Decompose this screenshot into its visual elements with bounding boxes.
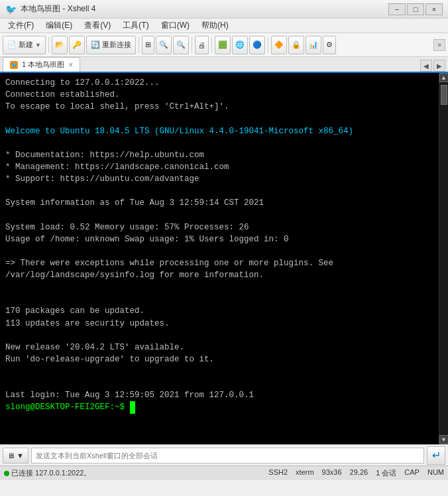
line-20: 170 packages can be updated.: [5, 305, 433, 317]
scroll-thumb[interactable]: [441, 85, 447, 105]
menu-file[interactable]: 文件(F): [3, 19, 39, 32]
line-10: [5, 185, 433, 197]
tab-scroll-right[interactable]: ▶: [433, 60, 445, 72]
line-23: New release '20.04.2 LTS' available.: [5, 341, 433, 353]
terminal-scrollbar[interactable]: ▲ ▼: [439, 73, 448, 444]
reconnect-label: 重新连接: [102, 40, 131, 50]
toolbar-sep-3: [192, 37, 192, 53]
tab-scroll-left[interactable]: ◀: [420, 60, 432, 72]
line-14: Usage of /home: unknown Swap usage: 1% U…: [5, 233, 433, 245]
tab-bar: 🐦 1 本地鸟班图 × ◀ ▶: [0, 57, 448, 73]
input-session-button[interactable]: 🖥 ▼: [3, 448, 28, 464]
line-6: [5, 137, 433, 149]
line-8: * Management: https://landscape.canonica…: [5, 161, 433, 173]
reconnect-button[interactable]: 🔄 重新连接: [86, 36, 136, 54]
properties-button[interactable]: 🔑: [69, 36, 85, 54]
send-icon: ↵: [432, 449, 441, 462]
line-16: => There were exceptions while processin…: [5, 257, 433, 269]
grid-button[interactable]: ⊞: [142, 36, 154, 54]
line-7: * Documentation: https://help.ubuntu.com: [5, 149, 433, 161]
print-icon: 🖨: [198, 41, 205, 49]
extra2-icon: 🔒: [292, 40, 301, 49]
line-9: * Support: https://ubuntu.com/advantage: [5, 173, 433, 185]
send-button[interactable]: ↵: [427, 446, 445, 465]
transfer-icon: 🔵: [252, 40, 262, 49]
terminal-icon: 🖥: [7, 452, 15, 460]
toolbar-overflow-button[interactable]: »: [433, 39, 445, 51]
line-19: [5, 293, 433, 305]
extra2-button[interactable]: 🔒: [288, 36, 304, 54]
zoom-in-icon: 🔍: [159, 40, 168, 49]
line-4: [5, 113, 433, 125]
title-bar: 🐦 本地鸟班图 - Xshell 4 − □ ×: [0, 0, 448, 19]
folder-icon: 📂: [55, 40, 64, 49]
menu-tools[interactable]: 工具(T): [117, 19, 154, 32]
toolbar-sep-4: [211, 37, 212, 53]
scroll-down-button[interactable]: ▼: [439, 435, 449, 444]
num-lock-status: NUM: [427, 468, 444, 478]
connection-indicator: [4, 471, 9, 476]
key-icon: 🔑: [72, 40, 82, 49]
dropdown-arrow-icon: ▼: [17, 452, 24, 460]
color2-button[interactable]: 🌐: [232, 36, 248, 54]
grid-icon: ⊞: [145, 40, 151, 49]
extra1-button[interactable]: 🔶: [271, 36, 287, 54]
terminal-size: 93x36: [322, 468, 342, 478]
maximize-button[interactable]: □: [407, 3, 424, 15]
close-button[interactable]: ×: [425, 3, 443, 15]
zoom-out-button[interactable]: 🔍: [173, 36, 189, 54]
toolbar: 📄 新建 ▼ 📂 🔑 🔄 重新连接 ⊞ 🔍 🔍 🖨 🟩 🌐 🔵 🔶 🔒: [0, 33, 448, 57]
tab-local[interactable]: 🐦 1 本地鸟班图 ×: [3, 57, 80, 72]
connection-text: 已连接 127.0.0.1:2022。: [11, 468, 91, 478]
send-text-input[interactable]: [31, 448, 424, 464]
new-dropdown-icon: ▼: [35, 42, 41, 48]
app-icon: 🐦: [5, 4, 17, 15]
line-1: Connecting to 127.0.0.1:2022...: [5, 77, 433, 89]
extra3-button[interactable]: 📊: [306, 36, 321, 54]
line-21: 113 updates are security updates.: [5, 318, 433, 330]
window-title: 本地鸟班图 - Xshell 4: [21, 3, 95, 15]
extra3-icon: 📊: [309, 40, 318, 49]
line-11: System information as of Tue Aug 3 12:59…: [5, 197, 433, 209]
zoom-in-button[interactable]: 🔍: [156, 36, 172, 54]
toolbar-sep-5: [268, 37, 268, 53]
terminal[interactable]: Connecting to 127.0.0.1:2022... Connecti…: [0, 73, 439, 444]
line-13: System load: 0.52 Memory usage: 57% Proc…: [5, 221, 433, 233]
color1-button[interactable]: 🟩: [215, 36, 231, 54]
zoom-out-icon: 🔍: [176, 40, 186, 49]
line-2: Connection established.: [5, 89, 433, 101]
palette-icon: 🟩: [218, 40, 227, 49]
toolbar-sep-2: [139, 37, 139, 53]
tab-icon: 🐦: [10, 61, 18, 69]
status-bar: 已连接 127.0.0.1:2022。 SSH2 xterm 93x36 29,…: [0, 465, 448, 480]
open-button[interactable]: 📂: [52, 36, 68, 54]
line-15: [5, 245, 433, 257]
status-right-section: SSH2 xterm 93x36 29,26 1 会话 CAP NUM: [268, 468, 444, 478]
line-24: Run 'do-release-upgrade' to upgrade to i…: [5, 353, 433, 365]
new-label: 新建: [19, 40, 33, 50]
minimize-button[interactable]: −: [388, 3, 406, 15]
term-type: xterm: [296, 468, 314, 478]
tab-label: 1 本地鸟班图: [22, 60, 64, 70]
menu-edit[interactable]: 编辑(E): [40, 19, 78, 32]
menu-view[interactable]: 查看(V): [79, 19, 116, 32]
line-25: [5, 365, 433, 377]
globe-icon: 🌐: [235, 40, 245, 49]
new-session-button[interactable]: 📄 新建 ▼: [3, 36, 46, 54]
print-button[interactable]: 🖨: [195, 36, 209, 54]
line-26: [5, 377, 433, 389]
menu-bar: 文件(F) 编辑(E) 查看(V) 工具(T) 窗口(W) 帮助(H): [0, 19, 448, 33]
scroll-track[interactable]: [441, 84, 447, 434]
scroll-up-button[interactable]: ▲: [439, 73, 449, 82]
extra4-button[interactable]: ⚙: [323, 36, 336, 54]
line-28: slong@DESKTOP-FEI2GEF:~$: [5, 401, 433, 413]
cursor-position: 29,26: [350, 468, 368, 478]
menu-help[interactable]: 帮助(H): [196, 19, 234, 32]
color3-button[interactable]: 🔵: [249, 36, 265, 54]
reconnect-icon: 🔄: [91, 40, 100, 49]
tab-close-button[interactable]: ×: [68, 60, 73, 70]
line-17: /var/log/landscape/sysinfo.log for more …: [5, 269, 433, 281]
connection-status: 已连接 127.0.0.1:2022。: [4, 468, 91, 478]
menu-window[interactable]: 窗口(W): [156, 19, 195, 32]
line-18: [5, 281, 433, 293]
